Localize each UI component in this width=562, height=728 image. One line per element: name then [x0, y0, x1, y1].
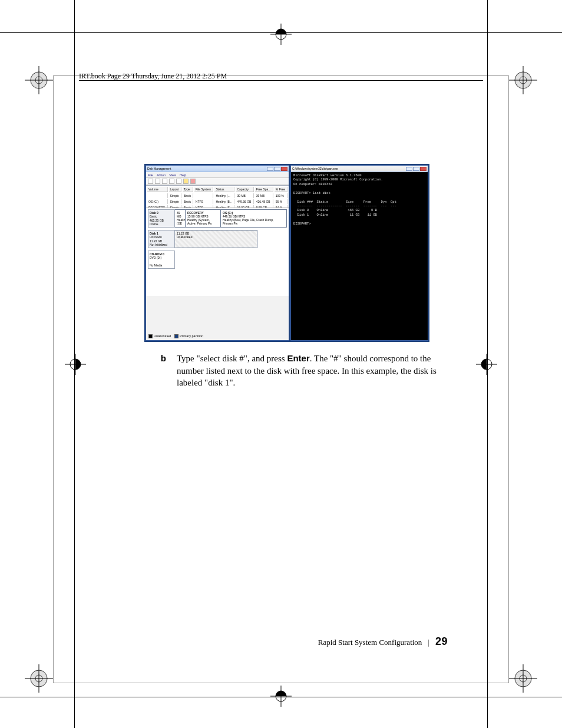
table-cell: Simple [169, 199, 181, 204]
cdrom-label[interactable]: CD-ROM 0 DVD (D:) No Media [148, 251, 175, 269]
maximize-button[interactable] [274, 167, 280, 171]
table-cell: 426.48 GB [255, 199, 273, 204]
col-status[interactable]: Status [214, 187, 234, 192]
guide-line-right [487, 0, 488, 728]
disk0-name: Disk 0 [150, 211, 158, 215]
page-frame-bottom [53, 683, 509, 683]
dm-menubar: File Action View Help [146, 172, 289, 178]
con-line1: Microsoft DiskPart version 6.1.7600 [293, 173, 362, 177]
cdrom-state: No Media [150, 263, 162, 267]
disk0-label[interactable]: Disk 0 Basic 465.25 GB Online [148, 209, 175, 228]
con-maximize-button[interactable] [413, 167, 419, 171]
con-row0: Disk 0 Online 465 GB 0 B [293, 208, 377, 212]
menu-file[interactable]: File [148, 173, 153, 177]
con-tsep: -------- ------------- ------- ------- -… [293, 204, 396, 208]
close-button[interactable] [281, 167, 287, 171]
table-row[interactable]: SimpleBasicHealthy (...39 MB39 MB100 % [147, 193, 287, 198]
table-cell: 100 % [275, 193, 287, 198]
table-row[interactable]: OS (C:)SimpleBasicNTFSHealthy (B...449.3… [147, 199, 287, 204]
col-capacity[interactable]: Capacity [236, 187, 253, 192]
con-line3: On computer: WIN7X64 [293, 182, 332, 186]
disk0-sys-status: Healthy (OE [177, 218, 186, 225]
guide-line-top [0, 32, 562, 33]
menu-view[interactable]: View [169, 173, 176, 177]
col-type[interactable]: Type [183, 187, 193, 192]
disk1-label[interactable]: Disk 1 Unknown 11.22 GB Not Initialized [148, 230, 175, 248]
registration-mark-top-center [270, 24, 292, 45]
legend-swatch-primary [174, 334, 178, 338]
step-text-1: Type "select disk #", and press [177, 354, 287, 363]
step-key: Enter [287, 353, 309, 363]
svg-point-20 [276, 29, 286, 39]
volume-table: Volume Layout Type File System Status Ca… [146, 185, 289, 207]
dm-titlebar[interactable]: Disk Management [146, 166, 289, 172]
disk1-name: Disk 1 [150, 232, 158, 235]
section-title: Rapid Start System Configuration [318, 638, 422, 647]
con-line2: Copyright (C) 1999-2008 Microsoft Corpor… [293, 177, 383, 182]
registration-mark-top-left [25, 66, 53, 94]
col-free[interactable]: Free Spa... [255, 187, 273, 192]
table-cell: 95 % [275, 199, 287, 204]
svg-point-26 [70, 359, 81, 370]
table-cell: Basic [183, 193, 193, 198]
registration-mark-middle-left [65, 354, 86, 375]
page-frame-right [508, 75, 509, 683]
help-icon[interactable] [183, 179, 189, 184]
disk0-sys-size: 39 MB [177, 211, 181, 218]
back-icon[interactable] [148, 179, 153, 184]
step-text: Type "select disk #", and press Enter. T… [177, 353, 445, 389]
con-close-button[interactable] [420, 167, 427, 171]
legend-primary: Primary partition [180, 334, 203, 338]
refresh-icon[interactable] [169, 179, 174, 184]
svg-point-29 [481, 359, 492, 370]
con-prompt1: DISKPART> list disk [293, 191, 330, 195]
table-cell: 39 MB [255, 193, 273, 198]
svg-point-1 [35, 77, 42, 84]
show-hide-icon[interactable] [162, 179, 167, 184]
running-header-rule [79, 80, 483, 81]
col-volume[interactable]: Volume [147, 187, 168, 192]
registration-mark-middle-right [476, 354, 497, 375]
col-filesystem[interactable]: File System [194, 187, 214, 192]
properties-icon[interactable] [176, 179, 181, 184]
table-cell [147, 193, 168, 198]
table-cell: Basic [183, 199, 193, 204]
minimize-button[interactable] [267, 167, 273, 171]
guide-line-left [74, 0, 75, 728]
console-output[interactable]: Microsoft DiskPart version 6.1.7600 Copy… [291, 172, 428, 227]
con-minimize-button[interactable] [406, 167, 412, 171]
forward-icon[interactable] [155, 179, 160, 184]
cdrom-drive: DVD (D:) [150, 256, 161, 259]
disk0-row: Disk 0 Basic 465.25 GB Online 39 MB Heal… [148, 209, 287, 228]
disk1-unalloc-label: Unallocated [177, 235, 192, 239]
action-icon[interactable] [190, 179, 196, 184]
svg-point-6 [520, 77, 527, 84]
disk0-os-partition[interactable]: OS (C:) 449.36 GB NTFS Healthy (Boot, Pa… [221, 209, 287, 228]
svg-point-17 [514, 670, 532, 687]
disk0-os-status: Healthy (Boot, Page File, Crash Dump, Pr… [223, 218, 273, 225]
svg-point-16 [520, 675, 527, 682]
disk1-size: 11.22 GB [150, 239, 162, 243]
con-titlebar[interactable]: C:\Windows\system32\diskpart.exe [291, 166, 428, 172]
svg-point-5 [515, 72, 531, 88]
disk1-state: Not Initialized [150, 243, 167, 246]
svg-point-10 [31, 670, 47, 687]
legend-unallocated: Unallocated [154, 334, 171, 338]
svg-point-0 [31, 72, 47, 88]
disk1-unallocated[interactable]: 11.22 GB Unallocated [175, 230, 257, 248]
col-layout[interactable]: Layout [169, 187, 181, 192]
disk1-kind: Unknown [150, 235, 162, 239]
con-prompt2: DISKPART> [293, 222, 311, 226]
registration-mark-top-right [509, 66, 537, 94]
table-cell [194, 193, 214, 198]
menu-action[interactable]: Action [157, 173, 166, 177]
col-pctfree[interactable]: % Free [275, 187, 287, 192]
disk0-recovery-partition[interactable]: RECOVERY 15.90 GB NTFS Healthy (System, … [186, 209, 221, 228]
table-cell: Healthy (... [214, 193, 234, 198]
disk0-system-partition[interactable]: 39 MB Healthy (OE [175, 209, 186, 228]
dm-title: Disk Management [147, 167, 171, 170]
disk-management-window: Disk Management File Action View Help [146, 165, 289, 341]
page-number: 29 [435, 635, 448, 648]
con-row1: Disk 1 Online 11 GB 11 GB [293, 213, 377, 217]
menu-help[interactable]: Help [180, 173, 186, 177]
